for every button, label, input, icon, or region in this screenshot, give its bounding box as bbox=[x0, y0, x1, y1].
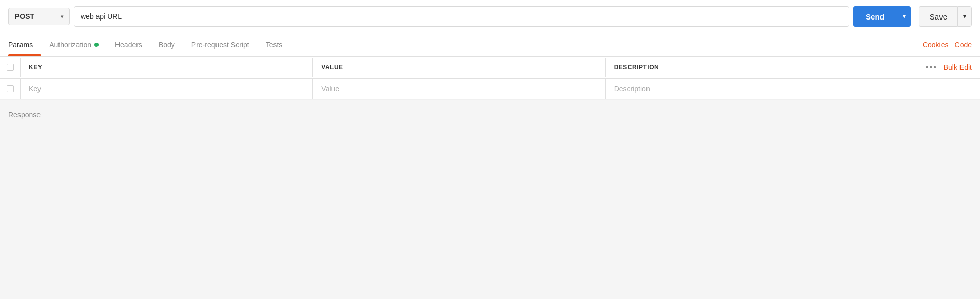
column-header-key: KEY bbox=[21, 58, 313, 77]
tab-pre-request-script-label: Pre-request Script bbox=[191, 41, 249, 49]
header-checkbox-col bbox=[0, 58, 21, 77]
tab-headers[interactable]: Headers bbox=[107, 33, 150, 56]
tabs-bar: Params Authorization Headers Body Pre-re… bbox=[0, 33, 980, 57]
tab-authorization-label: Authorization bbox=[49, 41, 91, 49]
tab-body[interactable]: Body bbox=[150, 33, 183, 56]
tab-pre-request-script[interactable]: Pre-request Script bbox=[183, 33, 258, 56]
row-checkbox-col bbox=[0, 79, 21, 99]
bulk-edit-button[interactable]: Bulk Edit bbox=[944, 63, 972, 71]
tab-params-label: Params bbox=[8, 41, 33, 49]
method-label: POST bbox=[15, 12, 34, 21]
tab-body-label: Body bbox=[159, 41, 175, 49]
tab-tests-label: Tests bbox=[266, 41, 283, 49]
tab-authorization[interactable]: Authorization bbox=[41, 33, 107, 56]
table-header-actions: ••• Bulk Edit bbox=[898, 57, 980, 78]
save-dropdown-button[interactable]: ▾ bbox=[957, 6, 972, 27]
response-label: Response bbox=[8, 110, 41, 119]
row-key-cell[interactable]: Key bbox=[21, 79, 313, 99]
method-chevron-icon: ▾ bbox=[61, 14, 63, 20]
send-dropdown-button[interactable]: ▾ bbox=[897, 6, 911, 27]
code-link[interactable]: Code bbox=[955, 41, 972, 49]
save-btn-group: Save ▾ bbox=[919, 6, 972, 27]
tabs-left: Params Authorization Headers Body Pre-re… bbox=[8, 33, 290, 56]
column-header-value: VALUE bbox=[313, 58, 605, 77]
send-btn-group: Send ▾ bbox=[853, 6, 911, 27]
response-section: Response bbox=[0, 100, 980, 202]
tab-params[interactable]: Params bbox=[8, 33, 41, 56]
row-desc-cell[interactable]: Description bbox=[606, 79, 898, 99]
table-header: KEY VALUE DESCRIPTION ••• Bulk Edit bbox=[0, 57, 980, 79]
top-bar: POST ▾ Send ▾ Save ▾ bbox=[0, 0, 980, 33]
tab-tests[interactable]: Tests bbox=[258, 33, 291, 56]
header-checkbox[interactable] bbox=[7, 64, 14, 71]
table-row: Key Value Description bbox=[0, 79, 980, 100]
tabs-right: Cookies Code bbox=[923, 41, 972, 49]
more-options-icon[interactable]: ••• bbox=[926, 63, 937, 72]
url-input[interactable] bbox=[74, 6, 849, 27]
save-chevron-icon: ▾ bbox=[963, 13, 966, 20]
params-table: KEY VALUE DESCRIPTION ••• Bulk Edit Key … bbox=[0, 57, 980, 100]
send-button[interactable]: Send bbox=[853, 6, 897, 27]
method-dropdown[interactable]: POST ▾ bbox=[8, 8, 70, 25]
row-value-cell[interactable]: Value bbox=[313, 79, 605, 99]
column-header-description: DESCRIPTION bbox=[606, 58, 898, 77]
row-checkbox[interactable] bbox=[7, 85, 14, 92]
save-button[interactable]: Save bbox=[919, 6, 957, 27]
authorization-dot bbox=[94, 43, 99, 47]
cookies-link[interactable]: Cookies bbox=[923, 41, 949, 49]
send-chevron-icon: ▾ bbox=[903, 13, 906, 20]
tab-headers-label: Headers bbox=[115, 41, 142, 49]
